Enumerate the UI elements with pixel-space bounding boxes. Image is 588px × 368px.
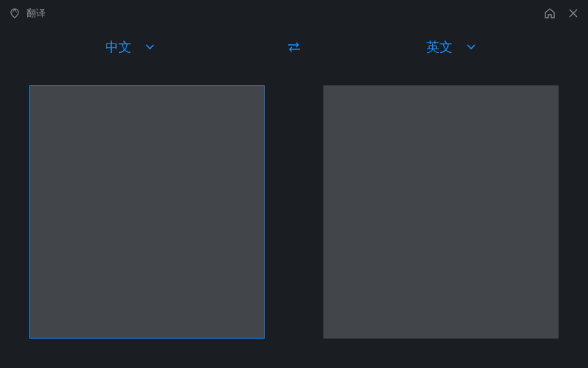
app-logo-icon <box>9 7 21 19</box>
titlebar: 翻译 <box>0 0 588 26</box>
target-language-label: 英文 <box>426 38 453 56</box>
chevron-down-icon <box>466 42 476 52</box>
chevron-down-icon <box>145 42 155 52</box>
home-icon[interactable] <box>544 7 556 19</box>
target-language-selector[interactable]: 英文 <box>426 38 476 56</box>
app-title: 翻译 <box>26 7 46 20</box>
source-language-selector[interactable]: 中文 <box>105 38 155 56</box>
swap-icon <box>287 42 301 52</box>
target-text-panel <box>323 85 559 339</box>
panels-container <box>0 68 588 339</box>
close-icon[interactable] <box>567 7 579 19</box>
source-language-label: 中文 <box>105 38 132 56</box>
source-text-panel[interactable] <box>29 85 265 339</box>
language-bar: 中文 英文 <box>0 26 588 68</box>
titlebar-right <box>544 7 579 19</box>
swap-languages-button[interactable] <box>287 40 301 54</box>
titlebar-left: 翻译 <box>9 7 46 20</box>
